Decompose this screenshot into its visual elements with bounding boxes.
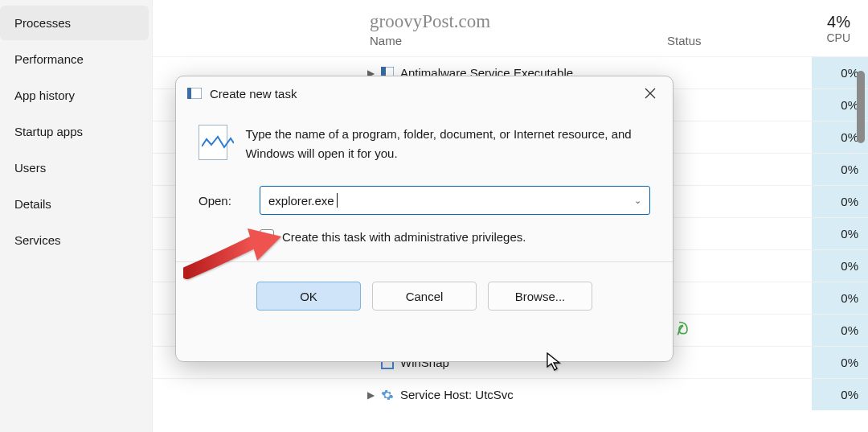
- process-cpu: 0%: [812, 186, 868, 217]
- sidebar-item-services[interactable]: Services: [0, 223, 149, 257]
- process-cpu: 0%: [812, 315, 868, 346]
- sidebar-item-app-history[interactable]: App history: [0, 78, 149, 113]
- sidebar-item-details[interactable]: Details: [0, 187, 149, 221]
- sidebar-item-label: Services: [14, 233, 61, 247]
- close-icon: [645, 88, 656, 99]
- process-cpu: 0%: [812, 218, 868, 249]
- scrollbar-thumb[interactable]: [857, 71, 865, 143]
- browse-button[interactable]: Browse...: [488, 282, 592, 311]
- sidebar-item-label: Startup apps: [14, 125, 83, 138]
- sidebar-item-label: Performance: [14, 52, 84, 66]
- sidebar-item-label: App history: [14, 88, 75, 102]
- open-combobox[interactable]: explorer.exe ⌄: [260, 186, 650, 215]
- chevron-right-icon[interactable]: ▶: [362, 389, 379, 401]
- admin-checkbox[interactable]: [260, 229, 274, 244]
- watermark-text: groovyPost.com: [370, 11, 490, 32]
- svg-rect-5: [187, 88, 191, 99]
- dialog-titlebar[interactable]: Create new task: [176, 76, 673, 110]
- cancel-button[interactable]: Cancel: [372, 282, 477, 311]
- process-cpu: 0%: [812, 154, 868, 185]
- sidebar-item-label: Details: [14, 197, 51, 211]
- process-cpu: 0%: [812, 250, 868, 282]
- sidebar-item-users[interactable]: Users: [0, 150, 149, 185]
- process-name: Service Host: UtcSvc: [400, 388, 675, 401]
- dialog-title: Create new task: [210, 87, 639, 101]
- close-button[interactable]: [639, 82, 661, 105]
- run-dialog-icon: [187, 88, 202, 99]
- process-cpu: 0%: [812, 347, 868, 378]
- ok-button[interactable]: OK: [256, 282, 361, 311]
- columns-header: Name Status 4% CPU: [153, 0, 868, 56]
- column-header-cpu[interactable]: 4% CPU: [804, 13, 860, 44]
- cpu-column-label: CPU: [804, 31, 850, 44]
- sidebar-item-startup-apps[interactable]: Startup apps: [0, 114, 149, 149]
- process-row[interactable]: ▶ Service Host: UtcSvc 0%: [153, 378, 868, 410]
- text-cursor: [337, 193, 338, 208]
- dialog-description: Type the name of a program, folder, docu…: [245, 125, 650, 163]
- cpu-total-percent: 4%: [804, 13, 850, 31]
- leaf-icon: [675, 320, 691, 340]
- process-status: [675, 320, 812, 340]
- create-new-task-dialog: Create new task Type the name of a progr…: [175, 76, 674, 362]
- task-manager-icon: [199, 125, 227, 160]
- sidebar: Processes Performance App history Startu…: [0, 0, 153, 432]
- gear-icon: [379, 389, 395, 401]
- sidebar-item-label: Users: [14, 161, 46, 175]
- open-input-value: explorer.exe: [268, 194, 634, 208]
- process-cpu: 0%: [812, 282, 868, 314]
- sidebar-item-label: Processes: [14, 16, 71, 30]
- chevron-down-icon[interactable]: ⌄: [634, 195, 641, 206]
- open-label: Open:: [199, 194, 244, 208]
- admin-checkbox-label: Create this task with administrative pri…: [282, 230, 526, 244]
- process-cpu: 0%: [812, 379, 868, 410]
- sidebar-item-performance[interactable]: Performance: [0, 42, 149, 76]
- column-header-status[interactable]: Status: [667, 10, 804, 47]
- sidebar-item-processes[interactable]: Processes: [0, 6, 149, 40]
